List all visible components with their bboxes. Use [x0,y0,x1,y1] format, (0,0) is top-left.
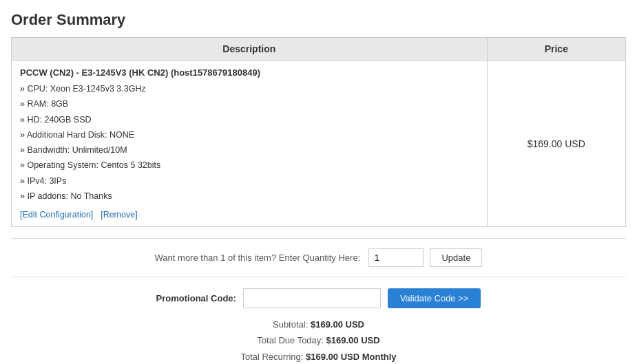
promo-label: Promotional Code: [156,293,236,303]
promo-section: Promotional Code: Validate Code >> [11,277,626,317]
totals-section: Subtotal: $169.00 USD Total Due Today: $… [11,317,626,364]
product-actions: [Edit Configuration] [Remove] [20,209,479,220]
page-title: Order Summary [11,11,626,29]
edit-configuration-link[interactable]: [Edit Configuration] [20,210,93,220]
quantity-section: Want more than 1 of this item? Enter Qua… [11,238,626,277]
spec-ipv4: » IPv4: 3IPs [20,174,479,189]
spec-additional-hd: » Additional Hard Disk: NONE [20,128,479,142]
due-today-value: $169.00 USD [326,335,380,345]
subtotal-value: $169.00 USD [311,319,364,330]
product-specs: » CPU: Xeon E3-1245v3 3.3GHz » RAM: 8GB … [20,82,479,204]
subtotal-label: Subtotal: [273,319,308,330]
product-price: $169.00 USD [487,61,625,227]
recurring-line: Total Recurring: $169.00 USD Monthly [11,349,626,364]
spec-os: » Operating System: Centos 5 32bits [20,158,479,173]
col-price: Price [487,38,625,61]
product-title: PCCW (CN2) - E3-1245V3 (HK CN2) (host157… [20,67,479,78]
subtotal-line: Subtotal: $169.00 USD [11,317,626,332]
spec-hd: » HD: 240GB SSD [20,113,479,127]
spec-cpu: » CPU: Xeon E3-1245v3 3.3GHz [20,82,479,96]
product-hostname: (host1578679180849) [171,67,260,78]
quantity-input[interactable] [368,248,424,267]
promo-input[interactable] [243,288,381,308]
due-today-label: Total Due Today: [257,335,324,345]
col-description: Description [12,38,488,61]
product-name: PCCW (CN2) - E3-1245V3 (HK CN2) [20,67,168,78]
spec-bandwidth: » Bandwidth: Unlimited/10M [20,143,479,158]
quantity-label: Want more than 1 of this item? Enter Qua… [155,253,361,263]
spec-ram: » RAM: 8GB [20,97,479,111]
update-button[interactable]: Update [430,248,482,267]
recurring-label: Total Recurring: [240,352,303,362]
table-row: PCCW (CN2) - E3-1245V3 (HK CN2) (host157… [12,61,626,227]
product-cell: PCCW (CN2) - E3-1245V3 (HK CN2) (host157… [12,61,488,227]
order-table: Description Price PCCW (CN2) - E3-1245V3… [11,37,626,227]
due-today-line: Total Due Today: $169.00 USD [11,332,626,348]
validate-button[interactable]: Validate Code >> [388,288,481,308]
remove-link[interactable]: [Remove] [101,210,138,220]
recurring-value: $169.00 USD Monthly [306,352,397,362]
spec-ip-addons: » IP addons: No Thanks [20,189,479,204]
